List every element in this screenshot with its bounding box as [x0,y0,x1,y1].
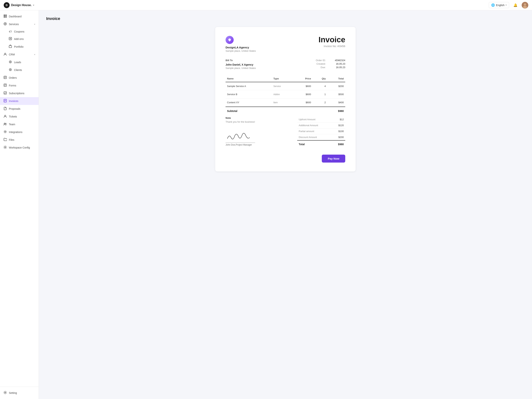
company-name: DesignLA Agency [226,46,256,49]
coupons-icon: 🏷 [8,30,12,33]
sidebar-item-files[interactable]: Files [0,136,39,144]
dashboard-icon [3,14,7,19]
sidebar-item-addons[interactable]: Add-ons [0,35,39,43]
svg-point-35 [4,130,6,133]
svg-rect-12 [9,46,12,48]
sidebar-nav: Dashboard Services ▾ 🏷 Coupons Add-ons P… [0,10,39,387]
invoice-footer: Note Thank you for the business! John Do… [226,117,345,147]
sidebar-item-coupons[interactable]: 🏷 Coupons [0,28,39,35]
notifications-button[interactable]: 🔔 [512,2,519,8]
svg-point-38 [229,39,230,40]
brand-chevron-icon[interactable]: ▾ [33,4,34,6]
summary-value: $120 [338,124,344,127]
sidebar-item-invoices[interactable]: Invoices [0,97,39,105]
sidebar-item-subscriptions[interactable]: Subscriptions [0,89,39,97]
files-icon [3,138,7,142]
note-label: Note [226,117,273,119]
row-qty: 4 [313,82,327,90]
summary-row: Partial amount $100 [297,128,345,134]
created-label: Created: [313,63,326,65]
svg-point-2 [523,6,527,8]
meta-due: Due: 16.05.23 [313,66,345,69]
company-logo [226,36,234,44]
sidebar-item-forms[interactable]: Forms [0,82,39,89]
brand-section: D Design House. ▾ [4,2,34,8]
svg-point-1 [524,3,526,6]
svg-rect-3 [4,15,5,16]
sidebar-item-clients[interactable]: Clients [0,66,39,74]
table-row: Sample Service A Service $600 4 $200 [226,82,345,90]
summary-value: $200 [338,136,344,139]
topbar: D Design House. ▾ 🌐 English ▾ 🔔 [0,0,532,10]
col-name: Name [226,75,272,82]
order-id-label: Order ID: [313,59,326,62]
sidebar-item-crm[interactable]: CRM ▾ [0,51,39,58]
signature-name: John Doe,Project Manager [226,144,273,146]
sidebar-item-tickets[interactable]: Tickets [0,113,39,120]
bill-to-address: Sample place, United States [226,67,256,70]
sidebar-item-dashboard[interactable]: Dashboard [0,13,39,20]
brand-logo-letter: D [6,4,7,7]
sidebar-item-team[interactable]: Team [0,120,39,128]
due-label: Due: [313,66,326,69]
subscriptions-icon [3,91,7,95]
sidebar-item-setting[interactable]: Setting [0,389,39,397]
language-selector[interactable]: 🌐 English ▾ [489,2,509,8]
summary-table: Upfront Amount $12 Additional Amount $12… [297,117,345,147]
sidebar-item-workspace[interactable]: Workspace Config [0,144,39,152]
orders-label: Orders [9,76,35,79]
sidebar-item-integrations[interactable]: Integrations [0,128,39,136]
summary-label: Upfront Amount [299,118,315,121]
bill-to-label: Bill To [226,59,256,62]
sidebar-item-services[interactable]: Services ▾ [0,20,39,28]
bill-to-name: John Daniel, X Agency [226,63,256,66]
row-total: $500 [327,90,345,98]
summary-value: $100 [338,130,344,133]
sidebar-item-leads[interactable]: Leads [0,58,39,66]
svg-point-32 [4,123,5,124]
brand-logo: D [4,2,10,8]
crm-icon [3,52,7,57]
row-price: $600 [294,90,313,98]
table-row: Service B Addon $600 1 $500 [226,90,345,98]
user-avatar[interactable] [522,2,528,8]
forms-label: Forms [9,84,35,87]
company-address: Sample place, United States [226,50,256,52]
svg-point-36 [5,147,6,148]
sidebar-item-proposals[interactable]: Proposals [0,105,39,113]
summary-row: Additional Amount $120 [297,122,345,128]
files-label: Files [9,138,35,141]
created-value: 16.05.23 [329,63,345,65]
row-type: Service [272,82,294,90]
svg-rect-6 [5,16,7,18]
leads-label: Leads [14,61,35,64]
svg-point-17 [10,69,11,70]
summary-label: Total [299,143,305,146]
row-type: Item [272,98,294,107]
col-qty: Qty [313,75,327,82]
crm-label: CRM [9,53,32,56]
invoice-meta-section: Bill To John Daniel, X Agency Sample pla… [226,59,345,70]
page-title: Invoice [46,16,525,21]
summary-value: $12 [340,118,344,121]
setting-icon [3,391,7,395]
company-info: DesignLA Agency Sample place, United Sta… [226,36,256,52]
row-name: Sample Service A [226,82,272,90]
main-content: Invoice DesignLA Agency Sample place, Un… [39,10,532,399]
summary-row: Discount Amount $200 [297,134,345,140]
sidebar-item-orders[interactable]: Orders [0,74,39,82]
row-price: $600 [294,82,313,90]
tickets-icon [3,114,7,119]
chevron-down-icon: ▾ [506,4,507,6]
integrations-icon [3,130,7,134]
summary-label: Partial amount [299,130,314,133]
col-type: Type [272,75,294,82]
col-total: Total [327,75,345,82]
topbar-right: 🌐 English ▾ 🔔 [489,2,528,8]
row-name: Service B [226,90,272,98]
crm-chevron-icon: ▾ [34,53,35,56]
pay-now-button[interactable]: Pay Now [322,155,345,163]
row-type: Addon [272,90,294,98]
invoice-number: Invoice No: #I3456 [318,45,345,48]
sidebar-item-portfolio[interactable]: Portfolio [0,43,39,51]
